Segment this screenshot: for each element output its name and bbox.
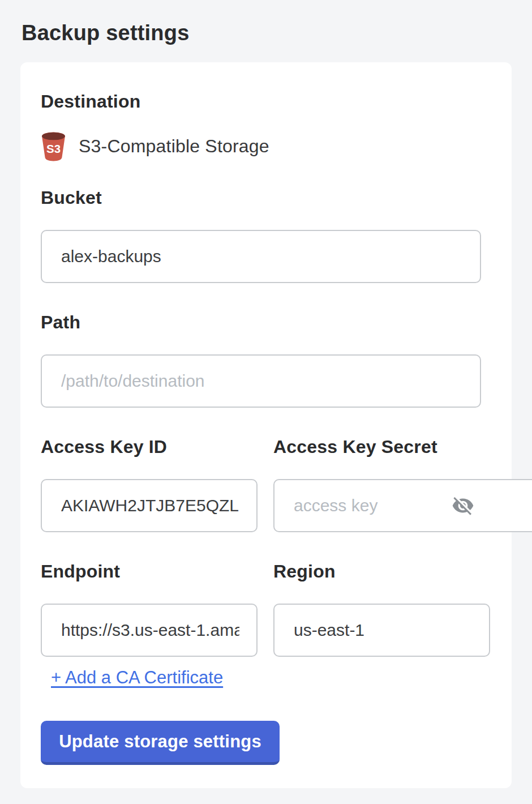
destination-label: Destination — [41, 92, 491, 111]
svg-text:S3: S3 — [46, 142, 61, 155]
toggle-secret-visibility-button[interactable] — [451, 493, 475, 518]
add-ca-certificate-link[interactable]: + Add a CA Certificate — [51, 668, 223, 687]
endpoint-label: Endpoint — [41, 562, 258, 581]
access-key-id-label: Access Key ID — [41, 438, 258, 456]
destination-row: S3 S3-Compatible Storage — [41, 130, 491, 162]
access-key-secret-field — [273, 479, 490, 532]
page-title: Backup settings — [0, 0, 532, 45]
bucket-input[interactable] — [41, 230, 481, 283]
path-label: Path — [41, 313, 491, 332]
path-input[interactable] — [41, 354, 481, 408]
region-input[interactable] — [273, 604, 490, 657]
endpoint-input[interactable] — [41, 604, 258, 657]
access-key-id-input[interactable] — [41, 479, 258, 532]
region-label: Region — [273, 562, 490, 581]
access-key-secret-input[interactable] — [273, 479, 532, 532]
destination-value: S3-Compatible Storage — [79, 136, 269, 157]
bucket-label: Bucket — [41, 189, 491, 207]
access-key-secret-label: Access Key Secret — [273, 438, 490, 456]
update-storage-settings-button[interactable]: Update storage settings — [41, 721, 280, 765]
eye-off-icon — [452, 494, 474, 517]
backup-settings-card: Destination S3 S3-Compatible Storage Buc… — [20, 62, 512, 788]
s3-bucket-icon: S3 — [41, 131, 66, 161]
